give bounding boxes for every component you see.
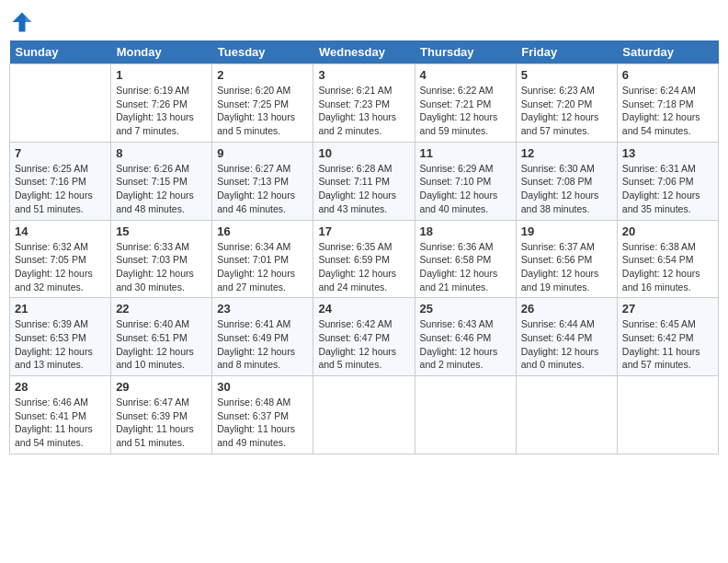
day-info: Sunrise: 6:31 AMSunset: 7:06 PMDaylight:… — [622, 162, 713, 216]
day-number: 11 — [420, 146, 511, 160]
logo-icon — [9, 9, 35, 35]
day-info: Sunrise: 6:25 AMSunset: 7:16 PMDaylight:… — [15, 162, 106, 216]
day-info: Sunrise: 6:44 AMSunset: 6:44 PMDaylight:… — [521, 317, 612, 372]
calendar-cell: 29Sunrise: 6:47 AMSunset: 6:39 PMDayligh… — [111, 376, 212, 454]
weekday-header-row: SundayMondayTuesdayWednesdayThursdayFrid… — [10, 40, 719, 64]
calendar-cell: 9Sunrise: 6:27 AMSunset: 7:13 PMDaylight… — [212, 142, 313, 220]
calendar-cell: 26Sunrise: 6:44 AMSunset: 6:44 PMDayligh… — [516, 298, 617, 376]
calendar-table: SundayMondayTuesdayWednesdayThursdayFrid… — [9, 40, 719, 454]
day-number: 12 — [521, 146, 612, 160]
weekday-header-wednesday: Wednesday — [313, 40, 415, 64]
day-number: 6 — [622, 68, 713, 82]
day-number: 2 — [217, 68, 308, 82]
calendar-cell: 21Sunrise: 6:39 AMSunset: 6:53 PMDayligh… — [10, 298, 111, 376]
calendar-cell — [10, 64, 111, 143]
calendar-cell: 27Sunrise: 6:45 AMSunset: 6:42 PMDayligh… — [617, 298, 718, 376]
day-number: 13 — [622, 146, 713, 160]
day-info: Sunrise: 6:39 AMSunset: 6:53 PMDaylight:… — [15, 317, 106, 372]
day-number: 7 — [15, 146, 106, 160]
calendar-cell: 3Sunrise: 6:21 AMSunset: 7:23 PMDaylight… — [313, 64, 415, 143]
week-row-2: 7Sunrise: 6:25 AMSunset: 7:16 PMDaylight… — [10, 142, 719, 220]
day-number: 17 — [318, 224, 409, 238]
calendar-cell: 19Sunrise: 6:37 AMSunset: 6:56 PMDayligh… — [516, 220, 617, 298]
calendar-cell: 5Sunrise: 6:23 AMSunset: 7:20 PMDaylight… — [516, 64, 617, 143]
header — [9, 9, 719, 35]
day-number: 16 — [217, 224, 308, 238]
day-info: Sunrise: 6:28 AMSunset: 7:11 PMDaylight:… — [318, 162, 409, 216]
calendar-cell: 8Sunrise: 6:26 AMSunset: 7:15 PMDaylight… — [111, 142, 212, 220]
day-number: 24 — [318, 302, 409, 316]
calendar-cell: 1Sunrise: 6:19 AMSunset: 7:26 PMDaylight… — [111, 64, 212, 143]
day-info: Sunrise: 6:20 AMSunset: 7:25 PMDaylight:… — [217, 84, 308, 138]
logo — [9, 9, 39, 35]
day-info: Sunrise: 6:37 AMSunset: 6:56 PMDaylight:… — [521, 240, 612, 294]
day-info: Sunrise: 6:38 AMSunset: 6:54 PMDaylight:… — [622, 240, 713, 294]
weekday-header-monday: Monday — [111, 40, 212, 64]
day-number: 10 — [318, 146, 409, 160]
weekday-header-sunday: Sunday — [10, 40, 111, 64]
calendar-cell: 22Sunrise: 6:40 AMSunset: 6:51 PMDayligh… — [111, 298, 212, 376]
day-info: Sunrise: 6:43 AMSunset: 6:46 PMDaylight:… — [420, 317, 511, 372]
calendar-cell: 4Sunrise: 6:22 AMSunset: 7:21 PMDaylight… — [415, 64, 516, 143]
day-info: Sunrise: 6:36 AMSunset: 6:58 PMDaylight:… — [420, 240, 511, 294]
day-info: Sunrise: 6:32 AMSunset: 7:05 PMDaylight:… — [15, 240, 106, 294]
calendar-cell: 24Sunrise: 6:42 AMSunset: 6:47 PMDayligh… — [313, 298, 415, 376]
day-info: Sunrise: 6:30 AMSunset: 7:08 PMDaylight:… — [521, 162, 612, 216]
day-info: Sunrise: 6:40 AMSunset: 6:51 PMDaylight:… — [116, 317, 207, 372]
day-number: 30 — [217, 380, 308, 394]
weekday-header-tuesday: Tuesday — [212, 40, 313, 64]
day-info: Sunrise: 6:23 AMSunset: 7:20 PMDaylight:… — [521, 84, 612, 138]
day-info: Sunrise: 6:45 AMSunset: 6:42 PMDaylight:… — [622, 317, 713, 372]
calendar-cell: 20Sunrise: 6:38 AMSunset: 6:54 PMDayligh… — [617, 220, 718, 298]
day-number: 3 — [318, 68, 409, 82]
calendar-cell — [617, 376, 718, 454]
day-number: 22 — [116, 302, 207, 316]
day-number: 8 — [116, 146, 207, 160]
calendar-cell: 10Sunrise: 6:28 AMSunset: 7:11 PMDayligh… — [313, 142, 415, 220]
day-number: 23 — [217, 302, 308, 316]
day-number: 25 — [420, 302, 511, 316]
day-number: 4 — [420, 68, 511, 82]
day-number: 5 — [521, 68, 612, 82]
weekday-header-saturday: Saturday — [617, 40, 718, 64]
calendar-cell — [516, 376, 617, 454]
weekday-header-thursday: Thursday — [415, 40, 516, 64]
week-row-1: 1Sunrise: 6:19 AMSunset: 7:26 PMDaylight… — [10, 64, 719, 143]
calendar-cell — [313, 376, 415, 454]
day-info: Sunrise: 6:26 AMSunset: 7:15 PMDaylight:… — [116, 162, 207, 216]
day-info: Sunrise: 6:21 AMSunset: 7:23 PMDaylight:… — [318, 84, 409, 138]
calendar-cell: 23Sunrise: 6:41 AMSunset: 6:49 PMDayligh… — [212, 298, 313, 376]
day-number: 29 — [116, 380, 207, 394]
calendar-cell: 15Sunrise: 6:33 AMSunset: 7:03 PMDayligh… — [111, 220, 212, 298]
calendar-cell: 25Sunrise: 6:43 AMSunset: 6:46 PMDayligh… — [415, 298, 516, 376]
calendar-cell: 30Sunrise: 6:48 AMSunset: 6:37 PMDayligh… — [212, 376, 313, 454]
day-info: Sunrise: 6:33 AMSunset: 7:03 PMDaylight:… — [116, 240, 207, 294]
day-number: 27 — [622, 302, 713, 316]
day-info: Sunrise: 6:46 AMSunset: 6:41 PMDaylight:… — [15, 396, 106, 450]
day-info: Sunrise: 6:27 AMSunset: 7:13 PMDaylight:… — [217, 162, 308, 216]
calendar-cell: 17Sunrise: 6:35 AMSunset: 6:59 PMDayligh… — [313, 220, 415, 298]
day-info: Sunrise: 6:48 AMSunset: 6:37 PMDaylight:… — [217, 396, 308, 450]
day-number: 9 — [217, 146, 308, 160]
calendar-cell: 14Sunrise: 6:32 AMSunset: 7:05 PMDayligh… — [10, 220, 111, 298]
day-info: Sunrise: 6:24 AMSunset: 7:18 PMDaylight:… — [622, 84, 713, 138]
day-info: Sunrise: 6:42 AMSunset: 6:47 PMDaylight:… — [318, 317, 409, 372]
day-number: 19 — [521, 224, 612, 238]
day-info: Sunrise: 6:22 AMSunset: 7:21 PMDaylight:… — [420, 84, 511, 138]
calendar-cell: 13Sunrise: 6:31 AMSunset: 7:06 PMDayligh… — [617, 142, 718, 220]
weekday-header-friday: Friday — [516, 40, 617, 64]
day-number: 21 — [15, 302, 106, 316]
day-number: 28 — [15, 380, 106, 394]
day-number: 20 — [622, 224, 713, 238]
day-info: Sunrise: 6:41 AMSunset: 6:49 PMDaylight:… — [217, 317, 308, 372]
week-row-4: 21Sunrise: 6:39 AMSunset: 6:53 PMDayligh… — [10, 298, 719, 376]
calendar-cell: 6Sunrise: 6:24 AMSunset: 7:18 PMDaylight… — [617, 64, 718, 143]
day-info: Sunrise: 6:35 AMSunset: 6:59 PMDaylight:… — [318, 240, 409, 294]
calendar-cell: 16Sunrise: 6:34 AMSunset: 7:01 PMDayligh… — [212, 220, 313, 298]
day-number: 14 — [15, 224, 106, 238]
day-info: Sunrise: 6:47 AMSunset: 6:39 PMDaylight:… — [116, 396, 207, 450]
day-number: 18 — [420, 224, 511, 238]
calendar-cell: 11Sunrise: 6:29 AMSunset: 7:10 PMDayligh… — [415, 142, 516, 220]
day-number: 15 — [116, 224, 207, 238]
week-row-3: 14Sunrise: 6:32 AMSunset: 7:05 PMDayligh… — [10, 220, 719, 298]
